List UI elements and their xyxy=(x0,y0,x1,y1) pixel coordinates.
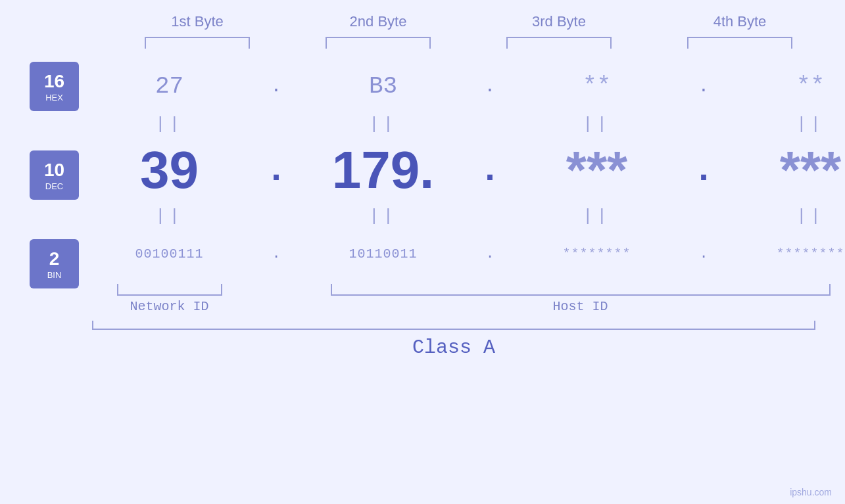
hex-b3: ** xyxy=(506,73,687,100)
bin-b2: 10110011 xyxy=(293,246,473,262)
bin-b3: ******** xyxy=(506,246,687,262)
class-label: Class A xyxy=(92,336,815,359)
hex-b2: B3 xyxy=(293,73,473,100)
class-bracket xyxy=(92,321,815,330)
sep-row-2: || || || || xyxy=(79,203,845,229)
byte-headers: 1st Byte 2nd Byte 3rd Byte 4th Byte xyxy=(0,13,845,30)
byte3-header: 3rd Byte xyxy=(469,13,650,30)
hex-b1: 27 xyxy=(79,73,260,100)
sep-b1-1: || xyxy=(79,114,260,134)
dec-b2: 179. xyxy=(293,140,473,200)
hex-dot2: . xyxy=(473,76,506,97)
dec-b1: 39 xyxy=(79,140,260,200)
content-area: 16 HEX 10 DEC 2 BIN 27 . B3 xyxy=(0,55,845,314)
sep-b2-1: || xyxy=(293,114,473,134)
sep-b4-1: || xyxy=(720,114,845,134)
hex-row: 27 . B3 . ** . ** xyxy=(79,62,845,111)
sep-row-1: || || || || xyxy=(79,111,845,137)
bin-badge-label: BIN xyxy=(47,270,62,280)
host-id-label: Host ID xyxy=(293,299,845,314)
bin-b4: ******** xyxy=(720,246,845,262)
bracket-top-1 xyxy=(145,37,250,49)
dec-dot2: . xyxy=(473,150,506,191)
dec-row: 39 . 179. . *** . *** xyxy=(79,137,845,203)
class-section: Class A xyxy=(0,321,845,359)
dec-badge-number: 10 xyxy=(44,159,64,181)
bin-dot2: . xyxy=(473,246,506,262)
bin-badge: 2 BIN xyxy=(30,239,79,288)
byte1-header: 1st Byte xyxy=(107,13,288,30)
bracket-top-2 xyxy=(326,37,431,49)
dec-b3: *** xyxy=(506,140,687,200)
watermark: ipshu.com xyxy=(790,487,832,497)
sep-b1-2: || xyxy=(79,206,260,226)
bin-badge-number: 2 xyxy=(49,248,60,270)
bin-b1: 00100111 xyxy=(79,246,260,262)
dec-badge: 10 DEC xyxy=(30,150,79,200)
sep-b4-2: || xyxy=(720,206,845,226)
bracket-bottom-network-wrap xyxy=(79,284,260,296)
hex-badge-number: 16 xyxy=(44,70,64,93)
bracket-top-4 xyxy=(687,37,792,49)
bracket-bottom-network xyxy=(117,284,222,296)
top-brackets xyxy=(0,37,845,49)
dec-dot3: . xyxy=(687,150,720,191)
dec-dot1: . xyxy=(260,150,293,191)
bottom-brackets-row xyxy=(79,284,845,296)
bracket-bottom-host-wrap xyxy=(293,284,845,296)
network-id-label: Network ID xyxy=(79,299,260,314)
bottom-labels-row: Network ID Host ID xyxy=(79,299,845,314)
dec-badge-label: DEC xyxy=(45,181,63,191)
byte4-header: 4th Byte xyxy=(650,13,831,30)
byte2-header: 2nd Byte xyxy=(288,13,469,30)
hex-badge: 16 HEX xyxy=(30,62,79,111)
hex-dot3: . xyxy=(687,76,720,97)
bin-dot1: . xyxy=(260,246,293,262)
base-badges: 16 HEX 10 DEC 2 BIN xyxy=(0,55,79,314)
sep-b2-2: || xyxy=(293,206,473,226)
data-rows: 27 . B3 . ** . ** || || xyxy=(79,55,845,314)
bracket-bottom-host xyxy=(331,284,831,296)
dec-b4: *** xyxy=(720,140,845,200)
sep-b3-2: || xyxy=(506,206,687,226)
bin-row: 00100111 . 10110011 . ******** . *******… xyxy=(79,229,845,279)
hex-dot1: . xyxy=(260,76,293,97)
hex-b4: ** xyxy=(720,73,845,100)
main-container: 1st Byte 2nd Byte 3rd Byte 4th Byte 16 H… xyxy=(0,0,845,504)
hex-badge-label: HEX xyxy=(45,93,63,103)
sep-b3-1: || xyxy=(506,114,687,134)
bracket-top-3 xyxy=(506,37,612,49)
bin-dot3: . xyxy=(687,246,720,262)
